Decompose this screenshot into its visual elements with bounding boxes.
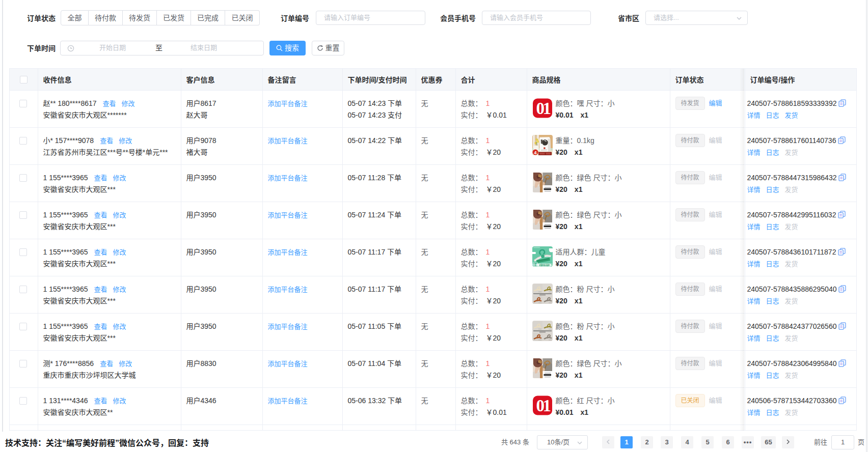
svg-text:01: 01 (536, 397, 550, 415)
svg-text:两线+置物±包装: 两线+置物±包装 (536, 263, 553, 267)
svg-text:01: 01 (536, 99, 550, 118)
svg-text:4: 4 (534, 150, 537, 155)
